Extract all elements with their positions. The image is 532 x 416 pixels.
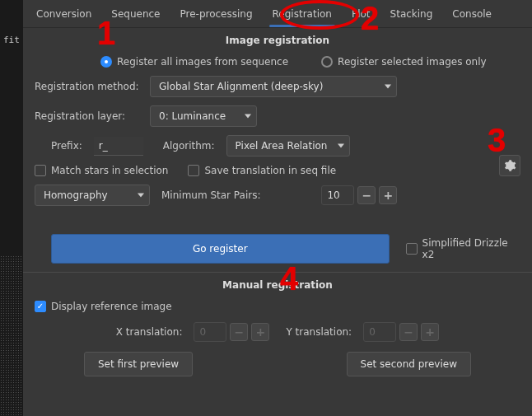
radio-register-all[interactable]: Register all images from sequence [100,56,288,68]
tab-stacking[interactable]: Stacking [380,2,443,26]
prefix-input[interactable] [94,137,143,156]
minus-button[interactable]: − [357,186,376,204]
transform-select[interactable]: Homography [35,185,150,206]
tab-plot[interactable]: Plot [342,2,380,26]
y-translation-input[interactable] [363,322,396,342]
prefix-label: Prefix: [51,140,82,152]
plus-button[interactable]: + [379,186,397,204]
checkbox-match-stars[interactable]: Match stars in selection [35,165,168,176]
radio-register-selected[interactable]: Register selected images only [321,56,487,68]
left-sidebar: fit [0,0,23,416]
checkbox-icon [188,165,199,176]
algorithm-select[interactable]: Pixel Area Relation [226,135,350,157]
tab-preprocessing[interactable]: Pre-processing [170,2,262,26]
min-star-pairs-label: Minimum Star Pairs: [161,189,260,201]
sidebar-fit-label: fit [3,35,20,45]
checkbox-save-translation[interactable]: Save translation in seq file [188,165,336,176]
set-second-preview-button[interactable]: Set second preview [347,352,471,376]
y-translation-label: Y translation: [286,326,352,338]
image-noise-preview [0,255,23,416]
tab-bar: Conversion Sequence Pre-processing Regis… [23,0,532,28]
registration-method-label: Registration method: [35,81,142,92]
section-title-manual-registration: Manual registration [23,273,532,296]
chevron-down-icon [245,115,251,119]
chevron-down-icon [338,144,344,148]
checkbox-simplified-drizzle[interactable]: Simplified Drizzle x2 [406,237,520,260]
x-translation-input[interactable] [194,322,226,342]
tab-conversion[interactable]: Conversion [26,2,101,26]
minus-button[interactable]: − [230,323,248,341]
chevron-down-icon [385,85,391,89]
min-star-pairs-input[interactable] [321,185,354,205]
registration-method-select[interactable]: Global Star Alignment (deep-sky) [150,76,397,97]
x-translation-label: X translation: [116,326,183,338]
main-panel: Conversion Sequence Pre-processing Regis… [23,0,532,416]
go-register-button[interactable]: Go register [51,234,390,264]
registration-layer-select[interactable]: 0: Luminance [150,105,257,127]
plus-button[interactable]: + [251,323,269,341]
checkbox-icon [35,165,46,176]
radio-icon [100,56,112,68]
set-first-preview-button[interactable]: Set first preview [84,352,193,376]
checkbox-icon [406,243,418,255]
gear-icon [503,159,516,172]
radio-icon [321,56,333,68]
checkbox-display-reference[interactable]: Display reference image [35,301,520,312]
chevron-down-icon [138,194,144,198]
minus-button[interactable]: − [399,323,418,341]
settings-button[interactable] [499,155,520,176]
section-title-image-registration: Image registration [23,28,532,51]
checkbox-icon [35,301,46,312]
algorithm-label: Algorithm: [163,140,215,152]
plus-button[interactable]: + [421,323,439,341]
tab-sequence[interactable]: Sequence [101,2,170,26]
registration-layer-label: Registration layer: [35,110,142,122]
tab-console[interactable]: Console [442,2,502,26]
tab-registration[interactable]: Registration [263,2,342,26]
